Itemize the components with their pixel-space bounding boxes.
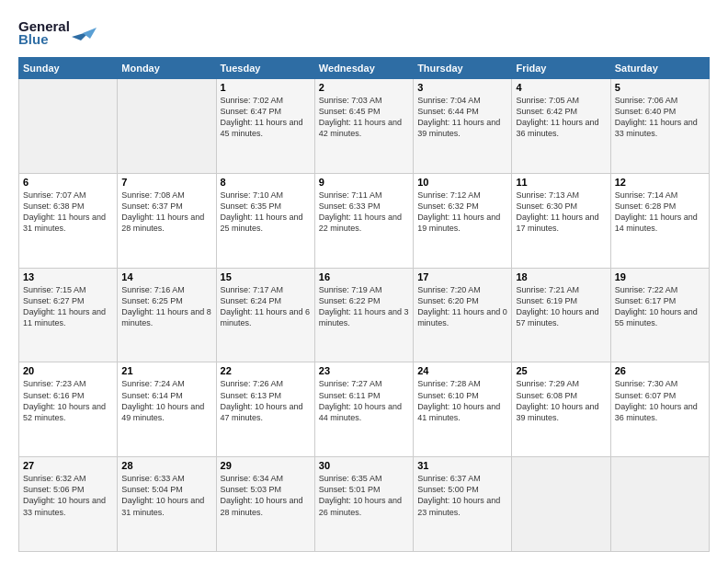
- day-info: Sunrise: 7:10 AM Sunset: 6:35 PM Dayligh…: [221, 190, 311, 235]
- calendar-day-cell: 2Sunrise: 7:03 AM Sunset: 6:45 PM Daylig…: [314, 79, 413, 174]
- day-number: 21: [121, 365, 211, 376]
- day-number: 27: [23, 460, 113, 471]
- day-info: Sunrise: 7:23 AM Sunset: 6:16 PM Dayligh…: [23, 378, 113, 423]
- day-number: 8: [221, 177, 311, 188]
- day-number: 20: [23, 365, 113, 376]
- day-number: 14: [121, 271, 211, 282]
- day-number: 25: [516, 365, 606, 376]
- calendar-day-cell: [610, 457, 709, 552]
- calendar-day-cell: 11Sunrise: 7:13 AM Sunset: 6:30 PM Dayli…: [512, 173, 610, 268]
- calendar-day-cell: [19, 79, 118, 174]
- weekday-header-tuesday: Tuesday: [216, 58, 314, 79]
- day-number: 26: [615, 365, 705, 376]
- day-number: 16: [319, 271, 409, 282]
- day-info: Sunrise: 6:32 AM Sunset: 5:06 PM Dayligh…: [23, 473, 113, 518]
- day-info: Sunrise: 7:28 AM Sunset: 6:10 PM Dayligh…: [417, 378, 507, 423]
- day-number: 18: [516, 271, 606, 282]
- calendar-day-cell: 6Sunrise: 7:07 AM Sunset: 6:38 PM Daylig…: [19, 173, 118, 268]
- weekday-header-thursday: Thursday: [414, 58, 512, 79]
- calendar-day-cell: 10Sunrise: 7:12 AM Sunset: 6:32 PM Dayli…: [414, 173, 512, 268]
- svg-text:Blue: Blue: [18, 31, 49, 47]
- day-number: 11: [516, 177, 606, 188]
- day-info: Sunrise: 7:27 AM Sunset: 6:11 PM Dayligh…: [319, 378, 409, 423]
- day-info: Sunrise: 7:04 AM Sunset: 6:44 PM Dayligh…: [417, 95, 507, 140]
- calendar-day-cell: 24Sunrise: 7:28 AM Sunset: 6:10 PM Dayli…: [414, 362, 512, 457]
- calendar-day-cell: 29Sunrise: 6:34 AM Sunset: 5:03 PM Dayli…: [216, 457, 314, 552]
- day-info: Sunrise: 6:35 AM Sunset: 5:01 PM Dayligh…: [319, 473, 409, 518]
- day-number: 10: [417, 177, 507, 188]
- day-info: Sunrise: 7:13 AM Sunset: 6:30 PM Dayligh…: [516, 190, 606, 235]
- day-number: 1: [221, 82, 311, 93]
- day-info: Sunrise: 7:22 AM Sunset: 6:17 PM Dayligh…: [615, 284, 705, 329]
- weekday-header-wednesday: Wednesday: [314, 58, 413, 79]
- day-info: Sunrise: 7:12 AM Sunset: 6:32 PM Dayligh…: [417, 190, 507, 235]
- calendar-day-cell: 8Sunrise: 7:10 AM Sunset: 6:35 PM Daylig…: [216, 173, 314, 268]
- day-number: 12: [615, 177, 705, 188]
- day-info: Sunrise: 7:29 AM Sunset: 6:08 PM Dayligh…: [516, 378, 606, 423]
- day-info: Sunrise: 7:20 AM Sunset: 6:20 PM Dayligh…: [417, 284, 507, 329]
- day-number: 19: [615, 271, 705, 282]
- day-number: 30: [319, 460, 409, 471]
- calendar-day-cell: 26Sunrise: 7:30 AM Sunset: 6:07 PM Dayli…: [610, 362, 709, 457]
- weekday-header-friday: Friday: [512, 58, 610, 79]
- day-number: 3: [417, 82, 507, 93]
- day-number: 6: [23, 177, 113, 188]
- day-info: Sunrise: 7:11 AM Sunset: 6:33 PM Dayligh…: [319, 190, 409, 235]
- weekday-header-sunday: Sunday: [19, 58, 118, 79]
- header: General Blue: [18, 15, 710, 48]
- day-number: 29: [221, 460, 311, 471]
- calendar-table: SundayMondayTuesdayWednesdayThursdayFrid…: [18, 57, 710, 552]
- calendar-day-cell: 13Sunrise: 7:15 AM Sunset: 6:27 PM Dayli…: [19, 268, 118, 362]
- calendar-day-cell: 16Sunrise: 7:19 AM Sunset: 6:22 PM Dayli…: [314, 268, 413, 362]
- day-number: 4: [516, 82, 606, 93]
- day-info: Sunrise: 7:15 AM Sunset: 6:27 PM Dayligh…: [23, 284, 113, 329]
- calendar-day-cell: 22Sunrise: 7:26 AM Sunset: 6:13 PM Dayli…: [216, 362, 314, 457]
- calendar-week-row: 20Sunrise: 7:23 AM Sunset: 6:16 PM Dayli…: [19, 362, 710, 457]
- calendar-day-cell: 14Sunrise: 7:16 AM Sunset: 6:25 PM Dayli…: [118, 268, 216, 362]
- calendar-day-cell: [512, 457, 610, 552]
- weekday-header-saturday: Saturday: [610, 58, 709, 79]
- day-number: 2: [319, 82, 409, 93]
- day-number: 28: [121, 460, 211, 471]
- day-info: Sunrise: 7:05 AM Sunset: 6:42 PM Dayligh…: [516, 95, 606, 140]
- day-info: Sunrise: 7:17 AM Sunset: 6:24 PM Dayligh…: [221, 284, 311, 329]
- day-info: Sunrise: 7:03 AM Sunset: 6:45 PM Dayligh…: [319, 95, 409, 140]
- calendar-day-cell: 17Sunrise: 7:20 AM Sunset: 6:20 PM Dayli…: [414, 268, 512, 362]
- calendar-day-cell: 1Sunrise: 7:02 AM Sunset: 6:47 PM Daylig…: [216, 79, 314, 174]
- day-number: 24: [417, 365, 507, 376]
- day-info: Sunrise: 6:37 AM Sunset: 5:00 PM Dayligh…: [417, 473, 507, 518]
- calendar-day-cell: [118, 79, 216, 174]
- weekday-header-row: SundayMondayTuesdayWednesdayThursdayFrid…: [19, 58, 710, 79]
- day-info: Sunrise: 7:02 AM Sunset: 6:47 PM Dayligh…: [221, 95, 311, 140]
- calendar-day-cell: 19Sunrise: 7:22 AM Sunset: 6:17 PM Dayli…: [610, 268, 709, 362]
- calendar-week-row: 6Sunrise: 7:07 AM Sunset: 6:38 PM Daylig…: [19, 173, 710, 268]
- calendar-week-row: 27Sunrise: 6:32 AM Sunset: 5:06 PM Dayli…: [19, 457, 710, 552]
- calendar-week-row: 13Sunrise: 7:15 AM Sunset: 6:27 PM Dayli…: [19, 268, 710, 362]
- day-info: Sunrise: 7:08 AM Sunset: 6:37 PM Dayligh…: [121, 190, 211, 235]
- calendar-day-cell: 7Sunrise: 7:08 AM Sunset: 6:37 PM Daylig…: [118, 173, 216, 268]
- day-number: 23: [319, 365, 409, 376]
- logo: General Blue: [18, 15, 101, 48]
- calendar-day-cell: 30Sunrise: 6:35 AM Sunset: 5:01 PM Dayli…: [314, 457, 413, 552]
- day-number: 31: [417, 460, 507, 471]
- calendar-day-cell: 27Sunrise: 6:32 AM Sunset: 5:06 PM Dayli…: [19, 457, 118, 552]
- logo-icon: General Blue: [18, 15, 101, 48]
- day-info: Sunrise: 7:14 AM Sunset: 6:28 PM Dayligh…: [615, 190, 705, 235]
- day-number: 15: [221, 271, 311, 282]
- calendar-day-cell: 25Sunrise: 7:29 AM Sunset: 6:08 PM Dayli…: [512, 362, 610, 457]
- calendar-week-row: 1Sunrise: 7:02 AM Sunset: 6:47 PM Daylig…: [19, 79, 710, 174]
- svg-marker-3: [83, 28, 97, 39]
- day-info: Sunrise: 7:06 AM Sunset: 6:40 PM Dayligh…: [615, 95, 705, 140]
- calendar-day-cell: 23Sunrise: 7:27 AM Sunset: 6:11 PM Dayli…: [314, 362, 413, 457]
- day-number: 7: [121, 177, 211, 188]
- day-info: Sunrise: 7:24 AM Sunset: 6:14 PM Dayligh…: [121, 378, 211, 423]
- calendar-day-cell: 31Sunrise: 6:37 AM Sunset: 5:00 PM Dayli…: [414, 457, 512, 552]
- day-info: Sunrise: 7:30 AM Sunset: 6:07 PM Dayligh…: [615, 378, 705, 423]
- day-number: 22: [221, 365, 311, 376]
- day-info: Sunrise: 6:34 AM Sunset: 5:03 PM Dayligh…: [221, 473, 311, 518]
- calendar-day-cell: 15Sunrise: 7:17 AM Sunset: 6:24 PM Dayli…: [216, 268, 314, 362]
- day-info: Sunrise: 6:33 AM Sunset: 5:04 PM Dayligh…: [121, 473, 211, 518]
- day-info: Sunrise: 7:19 AM Sunset: 6:22 PM Dayligh…: [319, 284, 409, 329]
- day-number: 13: [23, 271, 113, 282]
- weekday-header-monday: Monday: [118, 58, 216, 79]
